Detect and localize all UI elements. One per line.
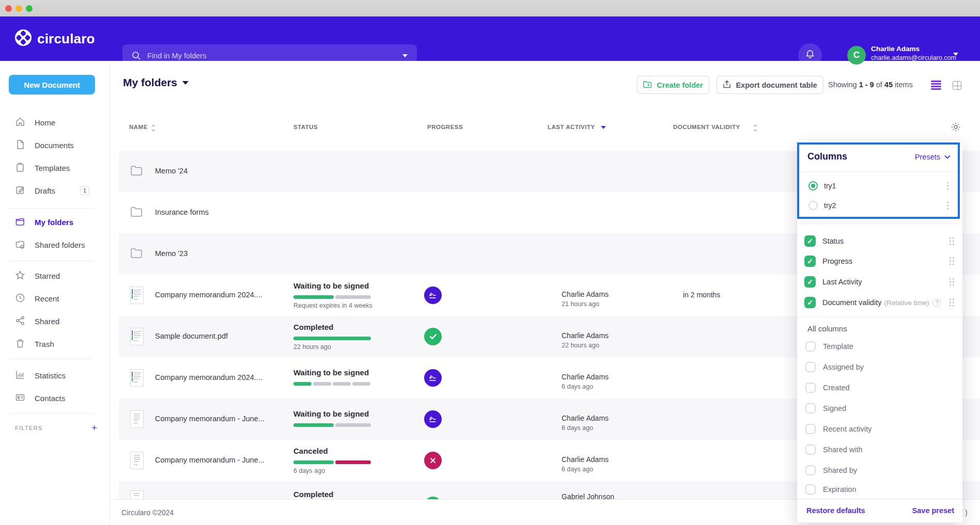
sidebar-item-shared[interactable]: Shared bbox=[0, 310, 110, 332]
checkbox-unchecked-icon[interactable] bbox=[805, 444, 816, 455]
column-toggle-label: Progress bbox=[822, 257, 852, 265]
minimize-window-button[interactable] bbox=[15, 5, 22, 12]
radio-selected-icon[interactable] bbox=[808, 181, 818, 190]
column-option-shared-by[interactable]: Shared by bbox=[797, 462, 962, 479]
popup-footer: Restore defaults Save preset bbox=[797, 499, 962, 522]
visible-column-last-activity[interactable]: ✓ Last Activity bbox=[797, 272, 962, 292]
search-input[interactable] bbox=[147, 52, 402, 60]
clipboard-icon bbox=[15, 162, 25, 174]
new-document-button[interactable]: New Document bbox=[9, 75, 95, 94]
sort-icon-name[interactable] bbox=[151, 124, 155, 132]
row-status: Canceled bbox=[293, 447, 328, 455]
row-name[interactable]: Insurance forms bbox=[155, 208, 209, 216]
column-header-name[interactable]: NAME bbox=[129, 124, 148, 130]
sidebar-item-contacts[interactable]: Contacts bbox=[0, 387, 110, 409]
visible-column-progress[interactable]: ✓ Progress bbox=[797, 251, 962, 271]
row-name[interactable]: Company memorandum - June... bbox=[155, 456, 265, 464]
column-option-template[interactable]: Template bbox=[797, 338, 962, 355]
add-filter-button[interactable]: + bbox=[91, 422, 97, 434]
drag-handle-icon[interactable] bbox=[950, 278, 954, 286]
app-logo[interactable]: circularo bbox=[14, 24, 95, 53]
sidebar-item-home[interactable]: Home bbox=[0, 111, 110, 134]
close-window-button[interactable] bbox=[5, 5, 12, 12]
signature-progress-icon bbox=[424, 369, 442, 387]
list-view-toggle[interactable] bbox=[931, 81, 941, 90]
global-search[interactable] bbox=[122, 44, 417, 67]
column-option-signed[interactable]: Signed bbox=[797, 400, 962, 417]
sidebar-item-label: My folders bbox=[35, 218, 73, 227]
column-option-expiration[interactable]: Expiration bbox=[797, 481, 962, 498]
export-label: Export document table bbox=[736, 81, 817, 89]
column-option-assigned-by[interactable]: Assigned by bbox=[797, 358, 962, 376]
row-name[interactable]: Company memorandum 2024.... bbox=[155, 291, 262, 299]
sidebar-item-documents[interactable]: Documents bbox=[0, 134, 110, 156]
checkbox-unchecked-icon[interactable] bbox=[805, 424, 816, 434]
preset-menu-kebab-icon[interactable] bbox=[947, 202, 948, 210]
sort-desc-icon-last-activity[interactable] bbox=[601, 126, 606, 129]
checkbox-unchecked-icon[interactable] bbox=[805, 465, 816, 475]
checkbox-checked-icon[interactable]: ✓ bbox=[804, 297, 816, 308]
page-title: My folders bbox=[123, 76, 177, 89]
row-name[interactable]: Memo '23 bbox=[155, 249, 188, 258]
checkbox-unchecked-icon[interactable] bbox=[805, 403, 816, 413]
column-header-status[interactable]: STATUS bbox=[293, 124, 318, 130]
checkbox-unchecked-icon[interactable] bbox=[805, 484, 816, 495]
column-header-last-activity[interactable]: LAST ACTIVITY bbox=[548, 124, 595, 130]
export-document-table-button[interactable]: Export document table bbox=[717, 76, 823, 94]
restore-defaults-button[interactable]: Restore defaults bbox=[806, 506, 865, 515]
column-header-document-validity[interactable]: DOCUMENT VALIDITY bbox=[673, 124, 740, 130]
create-folder-button[interactable]: Create folder bbox=[637, 76, 709, 94]
checkbox-checked-icon[interactable]: ✓ bbox=[804, 235, 816, 247]
signature-progress-icon bbox=[424, 410, 442, 428]
sidebar-item-templates[interactable]: Templates bbox=[0, 156, 110, 179]
sidebar-item-my-folders[interactable]: My folders bbox=[0, 211, 110, 233]
row-name[interactable]: Company memorandum - June... bbox=[155, 415, 265, 423]
user-menu-caret-icon[interactable] bbox=[953, 53, 958, 56]
checkbox-checked-icon[interactable]: ✓ bbox=[804, 276, 816, 288]
drag-handle-icon[interactable] bbox=[950, 299, 954, 307]
preset-option-try2[interactable]: try2 bbox=[799, 196, 958, 215]
notifications-button[interactable] bbox=[798, 43, 822, 67]
sidebar-item-recent[interactable]: Recent bbox=[0, 287, 110, 310]
preset-menu-kebab-icon[interactable] bbox=[947, 182, 948, 190]
checkbox-checked-icon[interactable]: ✓ bbox=[804, 256, 816, 267]
presets-dropdown-button[interactable]: Presets bbox=[915, 153, 951, 161]
activity-time: 21 hours ago bbox=[562, 300, 599, 308]
contact-card-icon bbox=[15, 392, 25, 404]
avatar-initial: C bbox=[853, 50, 860, 60]
visible-column-status[interactable]: ✓ Status bbox=[797, 231, 962, 251]
checkbox-unchecked-icon[interactable] bbox=[805, 341, 816, 352]
sidebar-item-trash[interactable]: Trash bbox=[0, 332, 110, 355]
column-option-recent-activity[interactable]: Recent activity bbox=[797, 420, 962, 438]
grid-view-toggle[interactable] bbox=[953, 81, 961, 90]
row-name[interactable]: Company memorandum 2024.... bbox=[155, 373, 262, 381]
drag-handle-icon[interactable] bbox=[950, 237, 954, 245]
drag-handle-icon[interactable] bbox=[950, 258, 954, 265]
sidebar-item-label: Trash bbox=[35, 340, 54, 348]
column-option-created[interactable]: Created bbox=[797, 379, 962, 396]
sidebar-item-drafts[interactable]: Drafts 1 bbox=[0, 179, 110, 202]
preset-option-try1[interactable]: try1 bbox=[799, 177, 958, 195]
row-name[interactable]: Sample document.pdf bbox=[155, 332, 228, 340]
user-avatar[interactable]: C bbox=[847, 46, 866, 65]
column-option-shared-with[interactable]: Shared with bbox=[797, 441, 962, 458]
radio-unselected-icon[interactable] bbox=[808, 201, 818, 210]
search-scope-caret-icon[interactable] bbox=[402, 54, 408, 57]
row-name[interactable]: Memo '24 bbox=[155, 167, 188, 175]
sidebar-item-statistics[interactable]: Statistics bbox=[0, 364, 110, 387]
sidebar-item-starred[interactable]: Starred bbox=[0, 264, 110, 287]
sort-icon-document-validity[interactable] bbox=[753, 124, 757, 132]
checkbox-unchecked-icon[interactable] bbox=[805, 383, 816, 393]
save-preset-button[interactable]: Save preset bbox=[912, 506, 954, 515]
table-settings-gear-icon[interactable] bbox=[951, 122, 961, 134]
help-question-icon[interactable]: ? bbox=[932, 298, 941, 307]
page-title-dropdown[interactable]: My folders bbox=[123, 76, 189, 89]
checkbox-unchecked-icon[interactable] bbox=[805, 362, 816, 372]
column-option-label: Expiration bbox=[823, 485, 856, 494]
column-header-progress[interactable]: PROGRESS bbox=[427, 124, 463, 130]
visible-column-document-validity[interactable]: ✓ Document validity (Relative time) ? bbox=[797, 293, 962, 312]
create-folder-label: Create folder bbox=[657, 81, 703, 89]
zoom-window-button[interactable] bbox=[26, 5, 33, 12]
sidebar-item-shared-folders[interactable]: Shared folders bbox=[0, 233, 110, 256]
progress-bar bbox=[293, 382, 371, 386]
